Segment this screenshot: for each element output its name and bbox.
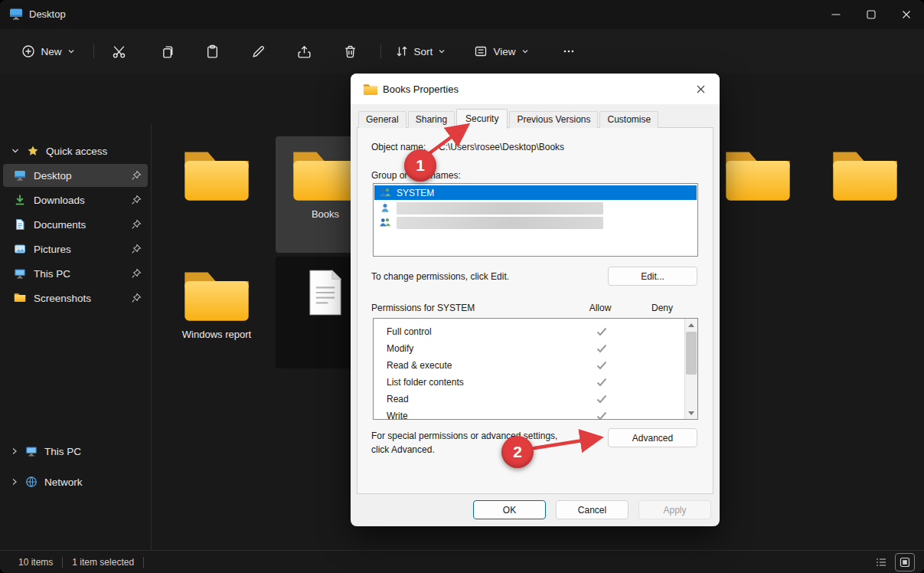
share-icon bbox=[297, 44, 312, 59]
file-label: Windows report bbox=[182, 329, 251, 340]
permission-row[interactable]: Read bbox=[374, 391, 684, 408]
group-item-system[interactable]: SYSTEM bbox=[374, 185, 697, 200]
star-icon bbox=[27, 145, 39, 157]
ellipsis-icon bbox=[562, 44, 576, 58]
sidebar-item-label: This PC bbox=[44, 446, 81, 457]
file-label: Books bbox=[312, 208, 339, 220]
scroll-up-button[interactable] bbox=[685, 319, 697, 331]
permission-row[interactable]: Full control bbox=[374, 323, 684, 340]
navigation-pane: Quick access Desktop Downloads Documents… bbox=[0, 124, 151, 550]
sidebar-item-pictures[interactable]: Pictures bbox=[3, 237, 148, 260]
rename-icon bbox=[251, 44, 266, 59]
delete-button[interactable] bbox=[335, 38, 365, 65]
thumbnail-view-button[interactable] bbox=[895, 553, 915, 571]
rename-button[interactable] bbox=[243, 38, 273, 65]
view-button[interactable]: View bbox=[469, 38, 534, 65]
advanced-button[interactable]: Advanced bbox=[608, 428, 697, 447]
chevron-right-icon bbox=[11, 447, 18, 455]
file-tile-folder[interactable] bbox=[708, 136, 808, 253]
tab-customise[interactable]: Customise bbox=[599, 111, 658, 128]
chevron-down-icon bbox=[11, 146, 20, 156]
window-titlebar: Desktop bbox=[0, 0, 924, 29]
sidebar-item-screenshots[interactable]: Screenshots bbox=[3, 286, 148, 309]
toolbar-divider bbox=[380, 44, 381, 58]
step-number: 2 bbox=[513, 443, 522, 461]
user-group-icon bbox=[379, 187, 391, 198]
cancel-button[interactable]: Cancel bbox=[556, 500, 629, 519]
chevron-down-icon bbox=[438, 47, 446, 55]
maximize-icon bbox=[865, 8, 877, 21]
sidebar-item-label: Desktop bbox=[34, 170, 72, 182]
cut-button[interactable] bbox=[103, 38, 134, 65]
group-item-redacted[interactable] bbox=[374, 201, 697, 215]
group-user-list[interactable]: SYSTEM bbox=[373, 183, 698, 257]
permissions-list[interactable]: Full control Modify Read & execute List … bbox=[373, 318, 698, 420]
permission-row[interactable]: Write bbox=[374, 408, 684, 420]
scrollbar-thumb[interactable] bbox=[686, 332, 697, 375]
allow-check-icon bbox=[593, 411, 611, 420]
permissions-scrollbar[interactable] bbox=[684, 319, 697, 419]
permission-row[interactable]: List folder contents bbox=[374, 374, 684, 391]
minimize-icon bbox=[830, 8, 842, 21]
details-view-button[interactable] bbox=[872, 554, 890, 571]
tab-security[interactable]: Security bbox=[456, 109, 508, 129]
quick-access-header[interactable]: Quick access bbox=[3, 139, 148, 162]
desktop-icon bbox=[14, 169, 26, 182]
dialog-titlebar: Books Properties bbox=[351, 74, 720, 104]
view-label: View bbox=[493, 46, 515, 57]
pictures-icon bbox=[14, 243, 26, 255]
pin-icon bbox=[131, 268, 142, 279]
allow-check-icon bbox=[593, 361, 611, 370]
this-pc-icon bbox=[25, 445, 38, 457]
sidebar-tree-network[interactable]: Network bbox=[3, 470, 148, 493]
dialog-close-button[interactable] bbox=[689, 79, 712, 99]
allow-check-icon bbox=[593, 327, 611, 336]
pin-icon bbox=[131, 219, 142, 230]
tab-previous-versions[interactable]: Previous Versions bbox=[509, 111, 598, 128]
sidebar-tree-this-pc[interactable]: This PC bbox=[3, 440, 148, 463]
file-tile-folder[interactable] bbox=[167, 136, 266, 253]
copy-button[interactable] bbox=[151, 38, 181, 65]
more-options-button[interactable] bbox=[553, 38, 584, 65]
paste-button[interactable] bbox=[197, 38, 227, 65]
redacted-name bbox=[397, 202, 603, 214]
minimize-button[interactable] bbox=[818, 0, 854, 29]
folder-icon bbox=[723, 149, 793, 204]
permission-row[interactable]: Read & execute bbox=[374, 357, 684, 374]
permission-row[interactable]: Modify bbox=[374, 340, 684, 357]
selection-count: 1 item selected bbox=[72, 557, 134, 568]
sidebar-item-desktop[interactable]: Desktop bbox=[3, 164, 148, 187]
scroll-down-button[interactable] bbox=[685, 407, 697, 419]
file-tile-folder[interactable] bbox=[815, 136, 915, 253]
new-button[interactable]: New bbox=[12, 38, 84, 65]
apply-button[interactable]: Apply bbox=[638, 500, 711, 519]
edit-button[interactable]: Edit... bbox=[608, 267, 697, 286]
allow-check-icon bbox=[593, 378, 611, 387]
ok-button[interactable]: OK bbox=[473, 500, 546, 519]
sidebar-item-this-pc[interactable]: This PC bbox=[3, 262, 148, 285]
quick-access-label: Quick access bbox=[46, 146, 107, 157]
file-tile-windows-report[interactable]: Windows report bbox=[167, 257, 266, 373]
paste-icon bbox=[205, 44, 220, 59]
group-item-redacted[interactable] bbox=[374, 215, 697, 230]
annotation-step-2: 2 bbox=[501, 436, 534, 468]
close-button[interactable] bbox=[889, 0, 924, 29]
documents-icon bbox=[14, 218, 26, 231]
details-view-icon bbox=[875, 556, 887, 568]
tab-general[interactable]: General bbox=[358, 111, 406, 128]
pin-icon bbox=[131, 293, 142, 303]
permissions-title: Permissions for SYSTEM bbox=[371, 303, 475, 313]
sort-button[interactable]: Sort bbox=[390, 38, 450, 65]
sidebar-item-downloads[interactable]: Downloads bbox=[3, 188, 148, 211]
share-button[interactable] bbox=[289, 38, 319, 65]
folder-icon bbox=[14, 293, 26, 303]
maximize-button[interactable] bbox=[854, 0, 889, 29]
advanced-hint-line2: click Advanced. bbox=[371, 444, 435, 455]
user-icon bbox=[379, 202, 391, 214]
tab-sharing[interactable]: Sharing bbox=[408, 111, 455, 128]
view-icon bbox=[474, 44, 488, 58]
folder-icon bbox=[181, 149, 252, 204]
status-divider bbox=[62, 557, 63, 568]
sidebar-item-documents[interactable]: Documents bbox=[3, 213, 148, 236]
pin-icon bbox=[131, 244, 142, 254]
